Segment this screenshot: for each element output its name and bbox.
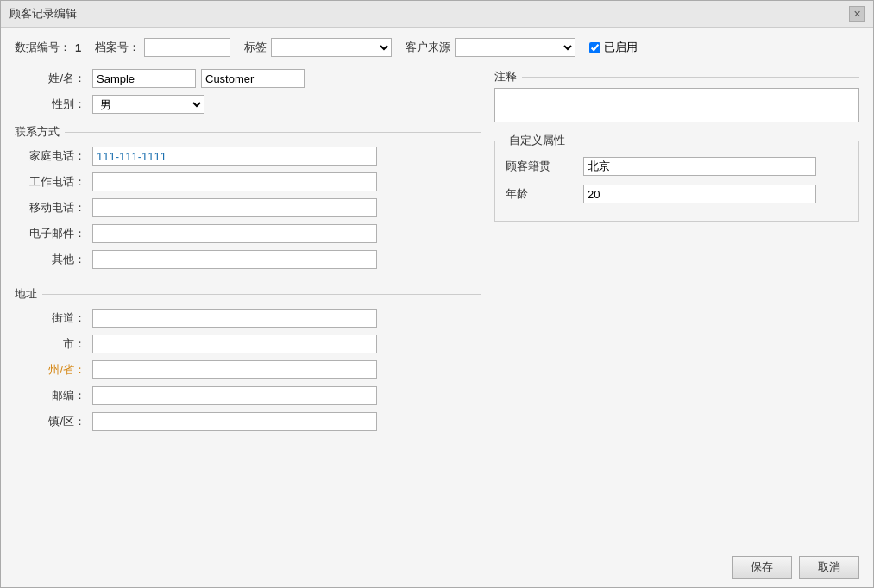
street-row: 街道： <box>15 309 481 328</box>
custom-attr-input-0[interactable] <box>583 157 816 176</box>
email-input[interactable] <box>92 224 377 243</box>
file-num-label: 档案号： <box>95 40 140 55</box>
left-panel: 姓/名： 性别： 男 女 联系方式 <box>15 69 481 536</box>
work-phone-label: 工作电话： <box>15 174 92 190</box>
notes-textarea[interactable] <box>494 88 859 122</box>
save-button[interactable]: 保存 <box>732 556 792 579</box>
data-num-item: 数据编号： 1 <box>15 40 81 55</box>
window-title: 顾客记录编辑 <box>9 6 77 22</box>
gender-select[interactable]: 男 女 <box>92 95 204 114</box>
gender-row: 性别： 男 女 <box>15 95 481 114</box>
state-label: 州/省： <box>15 362 92 378</box>
source-label: 客户来源 <box>406 40 450 55</box>
close-button[interactable]: ✕ <box>849 6 865 22</box>
custom-attr-input-1[interactable] <box>583 185 816 203</box>
tag-item: 标签 <box>244 38 392 57</box>
notes-section: 注释 <box>494 69 859 122</box>
top-bar: 数据编号： 1 档案号： 标签 客户来源 已启用 <box>15 38 859 57</box>
data-num-value: 1 <box>75 41 81 54</box>
enabled-item: 已启用 <box>589 40 638 55</box>
custom-attr-label-1: 年龄 <box>506 186 575 202</box>
content-area: 数据编号： 1 档案号： 标签 客户来源 已启用 <box>1 28 873 547</box>
source-item: 客户来源 <box>406 38 575 57</box>
zip-label: 邮编： <box>15 388 92 403</box>
zip-row: 邮编： <box>15 386 481 405</box>
other-row: 其他： <box>15 250 481 269</box>
home-phone-input[interactable] <box>92 147 377 166</box>
contact-section: 联系方式 家庭电话： 工作电话： 移动电话： 电子邮件： <box>15 121 481 276</box>
other-input[interactable] <box>92 250 377 269</box>
custom-attr-row-0: 顾客籍贯 <box>506 157 848 176</box>
custom-attrs-section: 自定义属性 顾客籍贯 年龄 <box>494 133 859 222</box>
district-input[interactable] <box>92 412 377 431</box>
work-phone-row: 工作电话： <box>15 172 481 191</box>
address-section-title: 地址 <box>15 286 481 302</box>
contact-section-title: 联系方式 <box>15 124 481 140</box>
name-label: 姓/名： <box>15 71 92 86</box>
tag-label: 标签 <box>244 40 267 55</box>
street-label: 街道： <box>15 310 92 326</box>
mobile-label: 移动电话： <box>15 200 92 216</box>
district-label: 镇/区： <box>15 414 92 429</box>
email-row: 电子邮件： <box>15 224 481 243</box>
zip-input[interactable] <box>92 386 377 405</box>
state-row: 州/省： <box>15 360 481 379</box>
mobile-row: 移动电话： <box>15 198 481 217</box>
city-row: 市： <box>15 335 481 353</box>
enabled-checkbox[interactable] <box>589 42 600 53</box>
tag-select[interactable] <box>271 38 392 57</box>
district-row: 镇/区： <box>15 412 481 431</box>
street-input[interactable] <box>92 309 377 328</box>
home-phone-label: 家庭电话： <box>15 148 92 164</box>
custom-attr-label-0: 顾客籍贯 <box>506 159 575 174</box>
name-row: 姓/名： <box>15 69 481 88</box>
mobile-input[interactable] <box>92 198 377 217</box>
custom-attr-row-1: 年龄 <box>506 185 848 203</box>
address-section: 地址 街道： 市： 州/省： 邮编： <box>15 283 481 438</box>
data-num-label: 数据编号： <box>15 40 71 55</box>
state-input[interactable] <box>92 360 377 379</box>
file-num-input[interactable] <box>144 38 230 57</box>
gender-label: 性别： <box>15 97 92 112</box>
city-label: 市： <box>15 336 92 352</box>
enabled-label: 已启用 <box>604 40 638 55</box>
main-area: 姓/名： 性别： 男 女 联系方式 <box>15 69 859 536</box>
file-num-item: 档案号： <box>95 38 230 57</box>
notes-title: 注释 <box>494 69 859 84</box>
city-input[interactable] <box>92 335 377 353</box>
title-bar: 顾客记录编辑 ✕ <box>1 1 873 28</box>
other-label: 其他： <box>15 252 92 267</box>
home-phone-row: 家庭电话： <box>15 147 481 166</box>
custom-attrs-legend: 自定义属性 <box>506 133 569 148</box>
first-name-input[interactable] <box>92 69 196 88</box>
email-label: 电子邮件： <box>15 226 92 241</box>
right-panel: 注释 自定义属性 顾客籍贯 年龄 <box>494 69 859 536</box>
last-name-input[interactable] <box>201 69 305 88</box>
source-select[interactable] <box>455 38 575 57</box>
name-inputs <box>92 69 305 88</box>
footer: 保存 取消 <box>1 547 873 587</box>
main-window: 顾客记录编辑 ✕ 数据编号： 1 档案号： 标签 客户来源 <box>0 0 874 588</box>
cancel-button[interactable]: 取消 <box>799 556 859 579</box>
work-phone-input[interactable] <box>92 172 377 191</box>
